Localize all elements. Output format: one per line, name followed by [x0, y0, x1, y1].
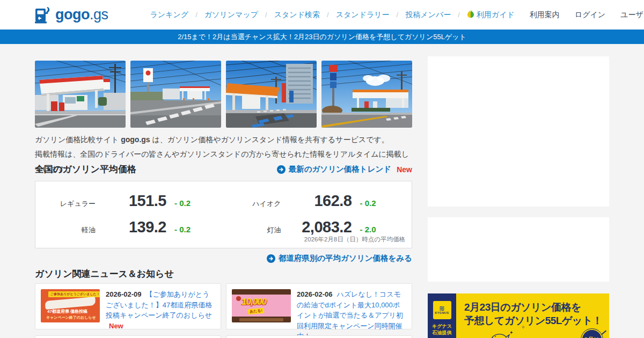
ad-provider-line1: キグナス [432, 323, 452, 329]
news-date: 2026-02-09 [106, 290, 142, 298]
utility-info-link[interactable]: 利用案内 [530, 10, 560, 20]
nav-item-stand-rally[interactable]: スタンドラリー [336, 10, 390, 20]
avg-price-title: 全国のガソリン平均価格 [35, 163, 136, 175]
logo-bold: gogo [55, 6, 90, 23]
kygnus-campaign-ad[interactable]: ≋ KYGNUS キグナス 石油提供 2月23日のガソリン価格を 予想してガソリ… [428, 293, 609, 338]
trend-new-badge: New [397, 165, 412, 174]
trend-link-wrap: 最新のガソリン価格トレンド New [277, 164, 412, 174]
ad-headline-line2: 予想してガソリン55Lゲット！ [464, 314, 609, 327]
news-text: 2026-02-09【ご参加ありがとうございました！】47都道府県価格投稿キャン… [106, 289, 215, 324]
price-change: - 0.2 [174, 199, 191, 208]
price-grid: レギュラー 151.5 - 0.2 ハイオク 162.8 - 0.2 軽油 13… [35, 192, 406, 236]
nav-separator: / [195, 11, 197, 19]
price-item-diesel: 軽油 139.2 - 0.2 [35, 218, 221, 236]
news-row-2 [35, 335, 412, 338]
ad-month-badge: 2月は [582, 330, 602, 338]
avg-price-header: 全国のガソリン平均価格 最新のガソリン価格トレンド New [35, 163, 412, 175]
kygnus-logo: ≋ KYGNUS [433, 301, 451, 319]
news-row-1: ご参加ありがとうございました！ 47都道府県 価格投稿 キャンペーン終了のおしら… [35, 283, 412, 329]
nav-separator: / [265, 11, 267, 19]
site-logo-text: gogo.gs [55, 6, 108, 23]
station-photo-2[interactable] [130, 61, 221, 128]
news-thumbnail-2: 10,000 あたる! [232, 289, 291, 322]
news-thumbnail-1: ご参加ありがとうございました！ 47都道府県 価格投稿 キャンペーン終了のおしら… [41, 289, 100, 322]
nav-item-stand-search[interactable]: スタンド検索 [274, 10, 320, 20]
fish-doodle-icon [490, 332, 511, 338]
price-change: - 0.2 [360, 199, 376, 208]
pref-link-row: 都道府県別の平均ガソリン価格をみる [35, 253, 412, 263]
thumb-caption-1: 47都道府県 価格投稿 [47, 308, 87, 314]
intro-brand: gogo.gs [121, 135, 150, 144]
intro-suffix: は、ガソリン価格やガソリンスタンド情報を共有するサービスです。 [150, 135, 389, 144]
price-item-highoct: ハイオク 162.8 - 0.2 [221, 192, 407, 210]
nav-item-guide[interactable]: 利用ガイド [467, 10, 515, 20]
price-label: 軽油 [35, 225, 96, 235]
news-card-3[interactable] [35, 335, 221, 338]
news-card-4[interactable] [226, 335, 412, 338]
thumb-badge: あたる! [248, 308, 265, 315]
intro-prefix: ガソリン価格比較サイト [35, 135, 121, 144]
arrow-circle-icon [277, 165, 286, 174]
price-label: ハイオク [221, 199, 281, 209]
price-trend-link[interactable]: 最新のガソリン価格トレンド [277, 164, 392, 174]
station-photo-1[interactable] [35, 61, 126, 128]
sidebar-ad-placeholder-1 [428, 56, 609, 207]
beginner-mark-icon [467, 10, 477, 20]
price-trend-label: 最新のガソリン価格トレンド [289, 164, 392, 174]
thumb-strip [239, 318, 283, 321]
nav-separator: / [397, 11, 399, 19]
avg-price-card: レギュラー 151.5 - 0.2 ハイオク 162.8 - 0.2 軽油 13… [35, 181, 412, 248]
price-item-kerosene: 灯油 2,083.2 - 2.0 [221, 218, 407, 236]
logo-suffix: .gs [90, 6, 108, 23]
site-description-line1: ガソリン価格比較サイト gogo.gs は、ガソリン価格やガソリンスタンド情報を… [35, 133, 416, 147]
price-label: レギュラー [35, 199, 96, 209]
kygnus-wave-icon: ≋ [439, 306, 445, 311]
price-value: 2,083.2 [281, 218, 352, 236]
price-change: - 2.0 [360, 225, 376, 234]
header: gogo.gs ランキング / ガソリンマップ / スタンド検索 / スタンドラ… [0, 0, 644, 30]
ad-body: 2月23日のガソリン価格を 予想してガソリン55Lゲット！ ✦ ✧ 2月は [458, 293, 609, 338]
sparkle-icon: ✧ [521, 325, 525, 330]
ad-provider-line2: 石油提供 [432, 329, 452, 336]
nav-item-gasoline-map[interactable]: ガソリンマップ [204, 10, 258, 20]
thumb-points-text: 10,000 [241, 297, 266, 307]
login-link[interactable]: ログイン [575, 10, 605, 20]
ad-headline-line1: 2月23日のガソリン価格を [464, 300, 609, 314]
thumb-dot [236, 296, 241, 301]
news-section-title: ガソリン関連ニュース＆お知らせ [35, 268, 174, 280]
thumb-japan-map [45, 297, 96, 310]
price-date-note: 2026年2月8日（日）時点の平均価格 [304, 236, 405, 244]
news-card-2[interactable]: 10,000 あたる! 2026-02-06ハズレなし！コスモの給油でdポイント… [226, 283, 412, 329]
nav-item-ranking[interactable]: ランキング [150, 10, 189, 20]
ad-provider-text: キグナス 石油提供 [432, 323, 452, 336]
news-card-1[interactable]: ご参加ありがとうございました！ 47都道府県 価格投稿 キャンペーン終了のおしら… [35, 283, 221, 329]
gas-pump-icon [35, 6, 51, 24]
news-text: 2026-02-06ハズレなし！コスモの給油でdポイント最大10,000ポイント… [297, 289, 406, 324]
sidebar-ad-placeholder-2 [428, 217, 609, 282]
promo-banner-text: 2/15まで！2月は当選チャンス拡大！2月23日のガソリン価格を予想してガソリン… [178, 32, 466, 42]
price-item-regular: レギュラー 151.5 - 0.2 [35, 192, 221, 210]
price-value: 151.5 [96, 192, 166, 210]
station-photo-3[interactable] [226, 61, 317, 128]
price-label: 灯油 [221, 225, 281, 235]
register-link[interactable]: ユーザー登録 [620, 10, 644, 20]
news-new-badge: New [109, 322, 123, 330]
price-change: - 0.2 [174, 225, 191, 234]
site-logo[interactable]: gogo.gs [35, 6, 108, 24]
prefecture-price-label: 都道府県別の平均ガソリン価格をみる [279, 253, 412, 263]
station-photo-4[interactable] [321, 61, 412, 128]
nav-guide-label: 利用ガイド [477, 10, 515, 20]
thumb-band [232, 289, 291, 295]
promo-banner[interactable]: 2/15まで！2月は当選チャンス拡大！2月23日のガソリン価格を予想してガソリン… [0, 30, 644, 44]
utility-nav: 利用案内 ログイン ユーザー登録 [515, 10, 644, 20]
prefecture-price-link[interactable]: 都道府県別の平均ガソリン価格をみる [267, 253, 412, 263]
thumb-caption-2: キャンペーン終了のおしらせ [46, 315, 96, 320]
price-value: 162.8 [281, 192, 352, 210]
price-value: 139.2 [96, 218, 166, 236]
news-date: 2026-02-06 [297, 290, 333, 298]
nav-separator: / [458, 11, 460, 19]
nav-item-members[interactable]: 投稿メンバー [405, 10, 451, 20]
station-photo-gallery [35, 61, 412, 128]
kygnus-logo-text: KYGNUS [435, 311, 449, 314]
main-nav: ランキング / ガソリンマップ / スタンド検索 / スタンドラリー / 投稿メ… [150, 10, 515, 20]
